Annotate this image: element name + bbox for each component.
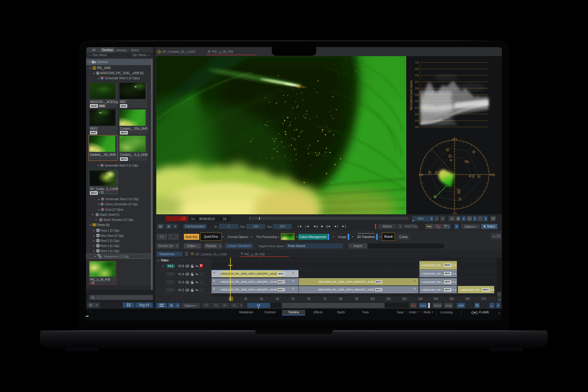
svg-text:0.5: 0.5 bbox=[415, 93, 419, 96]
svg-text:+Cb: +Cb bbox=[489, 173, 495, 176]
svg-text:Mg: Mg bbox=[465, 160, 469, 163]
svg-text:Cy: Cy bbox=[457, 188, 460, 191]
svg-text:B: B bbox=[469, 175, 471, 178]
svg-text:0.9: 0.9 bbox=[415, 67, 419, 71]
svg-text:0.8: 0.8 bbox=[415, 74, 419, 77]
svg-text:0.4: 0.4 bbox=[415, 99, 419, 103]
svg-text:0.0: 0.0 bbox=[415, 125, 419, 128]
svg-text:R: R bbox=[450, 159, 452, 162]
svg-text:Normalized pixel values: Normalized pixel values bbox=[410, 80, 413, 110]
svg-text:-Cb: -Cb bbox=[418, 173, 423, 176]
svg-text:0.2: 0.2 bbox=[415, 112, 419, 116]
svg-text:0.7: 0.7 bbox=[415, 80, 419, 83]
svg-text:1.0: 1.0 bbox=[415, 61, 419, 64]
svg-text:0.3: 0.3 bbox=[415, 106, 419, 109]
svg-text:0.1: 0.1 bbox=[415, 119, 419, 122]
svg-text:0.6: 0.6 bbox=[415, 86, 419, 90]
svg-text:+Cr: +Cr bbox=[452, 137, 457, 141]
